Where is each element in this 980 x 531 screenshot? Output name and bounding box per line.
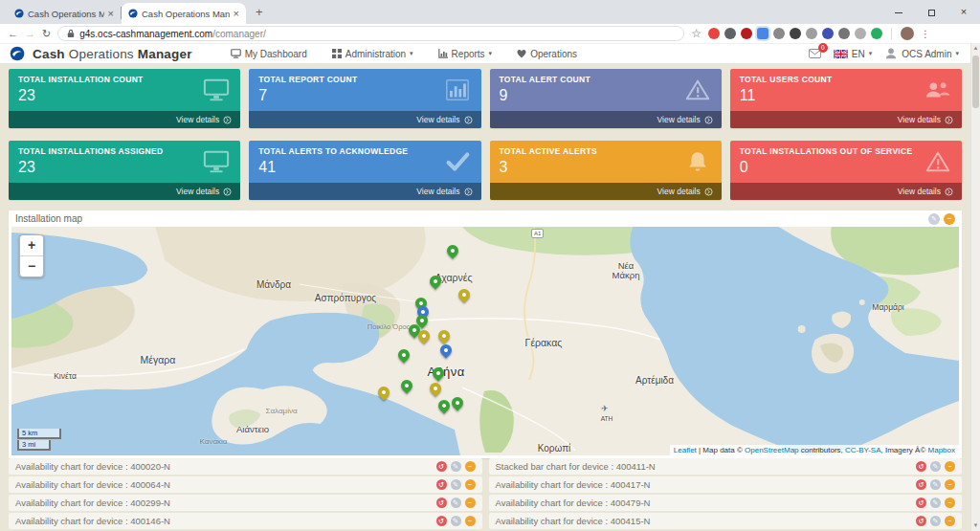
extension-icon[interactable] xyxy=(806,28,817,39)
window-maximize-button[interactable] xyxy=(915,0,947,24)
scrollbar-down-icon[interactable]: ▼ xyxy=(971,520,980,531)
refresh-button[interactable]: ↺ xyxy=(916,516,926,526)
card-value: 23 xyxy=(18,159,231,176)
nav-my-dashboard[interactable]: My Dashboard xyxy=(231,49,307,59)
card-body: TOTAL ACTIVE ALERTS3 xyxy=(490,141,722,183)
view-details-link[interactable]: View details xyxy=(9,183,240,200)
chart-panel-title: Availability chart for device : 400299-N xyxy=(15,498,170,508)
extension-icon[interactable] xyxy=(773,28,785,39)
edit-button[interactable]: ✎ xyxy=(930,516,941,526)
view-details-link[interactable]: View details xyxy=(249,111,480,128)
view-details-link[interactable]: View details xyxy=(490,111,722,128)
edit-button[interactable]: ✎ xyxy=(930,461,941,472)
collapse-button[interactable]: − xyxy=(945,461,955,472)
mapbox-link[interactable]: Mapbox xyxy=(928,446,955,454)
refresh-button[interactable]: ↺ xyxy=(916,461,926,472)
dashboard-card: TOTAL REPORT COUNT7View details xyxy=(249,69,480,128)
bookmark-star-icon[interactable]: ☆ xyxy=(691,27,702,40)
nav-operations[interactable]: Operations xyxy=(517,49,577,59)
browser-tab[interactable]: Cash Operations Manager × xyxy=(8,3,121,24)
refresh-button[interactable]: ↺ xyxy=(916,498,926,508)
edit-button[interactable]: ✎ xyxy=(930,479,941,490)
collapse-button[interactable]: − xyxy=(465,461,476,472)
refresh-button[interactable]: ↺ xyxy=(436,461,447,472)
chart-panel-row[interactable]: Availability chart for device : 400415-N… xyxy=(489,513,963,529)
view-details-link[interactable]: View details xyxy=(730,111,962,128)
user-menu[interactable]: OCS Admin ▾ xyxy=(884,47,959,60)
panel-collapse-button[interactable]: − xyxy=(944,213,955,225)
site-favicon-icon xyxy=(14,9,24,18)
tab-close-icon[interactable]: × xyxy=(108,8,114,19)
map-zoom-out-button[interactable]: − xyxy=(20,256,43,277)
map-canvas[interactable]: + − A1 ✈ 5 km 3 mi Leaflet | Map data © … xyxy=(11,227,959,455)
extension-icon[interactable] xyxy=(838,28,850,39)
reload-button[interactable]: ↻ xyxy=(42,28,51,40)
extension-icon[interactable] xyxy=(724,28,736,39)
extension-icon[interactable] xyxy=(790,28,801,39)
extension-icon[interactable] xyxy=(741,28,752,39)
edit-button[interactable]: ✎ xyxy=(451,461,461,472)
uk-flag-icon xyxy=(834,50,848,58)
nav-reports[interactable]: Reports ▾ xyxy=(438,49,493,59)
view-details-link[interactable]: View details xyxy=(730,183,962,200)
extension-icon[interactable] xyxy=(871,28,882,39)
leaflet-link[interactable]: Leaflet xyxy=(674,446,697,454)
edit-button[interactable]: ✎ xyxy=(930,498,941,508)
chart-panel-row[interactable]: Availability chart for device : 400479-N… xyxy=(489,495,963,511)
extension-icon[interactable] xyxy=(757,28,768,39)
back-button[interactable]: ← xyxy=(8,28,18,39)
browser-tab-active[interactable]: Cash Operations Manager × xyxy=(122,3,246,24)
extension-icon[interactable] xyxy=(822,28,834,39)
chart-panel-row[interactable]: Availability chart for device : 400146-N… xyxy=(9,513,482,529)
chart-panel-row[interactable]: Availability chart for device : 400020-N… xyxy=(9,458,482,475)
osm-link[interactable]: OpenStreetMap xyxy=(745,446,798,454)
edit-button[interactable]: ✎ xyxy=(451,479,461,490)
refresh-button[interactable]: ↺ xyxy=(436,479,447,490)
window-minimize-button[interactable] xyxy=(882,0,915,24)
map-place-label: Αρτέμιδα xyxy=(635,375,674,386)
card-label: TOTAL INSTALLATION COUNT xyxy=(18,75,231,84)
chart-panel-row[interactable]: Availability chart for device : 400417-N… xyxy=(489,476,963,493)
messages-button[interactable]: 0 xyxy=(809,49,821,58)
language-selector[interactable]: EN ▾ xyxy=(834,49,872,59)
refresh-button[interactable]: ↺ xyxy=(436,498,447,508)
collapse-button[interactable]: − xyxy=(465,479,476,490)
extension-icon[interactable] xyxy=(708,28,720,39)
page-scrollbar[interactable]: ▲ ▼ xyxy=(970,43,980,531)
view-details-link[interactable]: View details xyxy=(249,183,480,200)
extension-icon[interactable] xyxy=(855,28,866,39)
collapse-button[interactable]: − xyxy=(945,498,955,508)
edit-button[interactable]: ✎ xyxy=(451,498,461,508)
new-tab-button[interactable]: + xyxy=(256,6,263,18)
installation-map-panel: Installation map ✎ − xyxy=(9,210,962,458)
collapse-button[interactable]: − xyxy=(945,479,955,490)
license-link[interactable]: CC-BY-SA xyxy=(845,446,881,454)
window-close-button[interactable]: × xyxy=(947,0,980,24)
scrollbar-up-icon[interactable]: ▲ xyxy=(971,43,980,54)
tab-close-icon[interactable]: × xyxy=(234,8,239,19)
chart-panel-row[interactable]: Availability chart for device : 400299-N… xyxy=(9,495,482,511)
app-navbar: Cash Operations Manager My Dashboard Adm… xyxy=(0,43,980,64)
nav-administration[interactable]: Administration ▾ xyxy=(332,49,413,59)
collapse-button[interactable]: − xyxy=(465,498,476,508)
refresh-button[interactable]: ↺ xyxy=(916,479,926,490)
map-zoom-in-button[interactable]: + xyxy=(20,235,43,255)
chart-panel-row[interactable]: Availability chart for device : 400064-N… xyxy=(9,476,482,493)
view-details-link[interactable]: View details xyxy=(490,183,722,200)
view-details-label: View details xyxy=(657,187,701,196)
browser-menu-icon[interactable]: ⋮ xyxy=(921,29,931,39)
url-input[interactable]: g4s.ocs-cashmanagement.com/comanager/ xyxy=(57,26,684,41)
browser-profile-avatar[interactable] xyxy=(901,27,914,40)
collapse-button[interactable]: − xyxy=(465,516,476,526)
chart-panel-row[interactable]: Stacked bar chart for device : 400411-N↺… xyxy=(489,458,963,475)
row-buttons: ↺✎− xyxy=(436,461,476,472)
tab-title: Cash Operations Manager xyxy=(28,9,104,19)
edit-button[interactable]: ✎ xyxy=(451,516,461,526)
collapse-button[interactable]: − xyxy=(945,516,955,526)
forward-button[interactable]: → xyxy=(25,28,35,39)
refresh-button[interactable]: ↺ xyxy=(436,516,447,526)
view-details-link[interactable]: View details xyxy=(9,111,240,128)
scrollbar-thumb[interactable] xyxy=(972,55,979,108)
panel-edit-button[interactable]: ✎ xyxy=(928,213,940,225)
map-place-label: Κανάκια xyxy=(200,437,228,446)
